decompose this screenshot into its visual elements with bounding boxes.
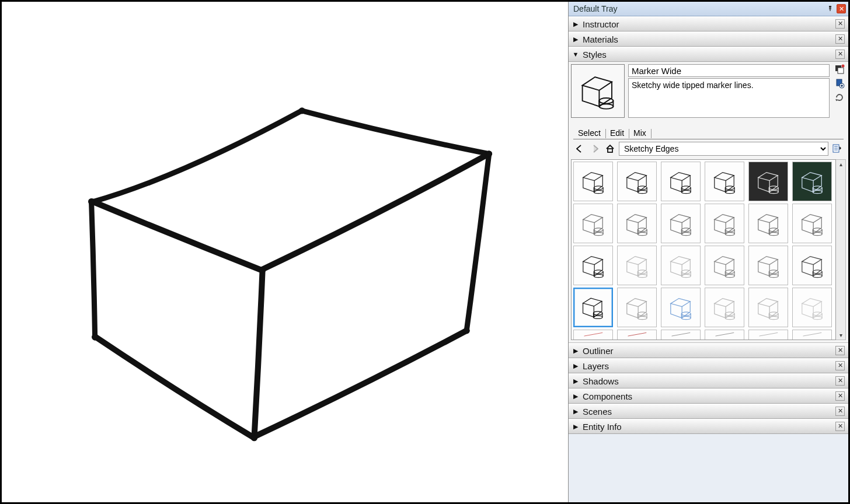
- style-thumb[interactable]: [705, 162, 744, 201]
- panel-header-outliner[interactable]: ▶ Outliner ✕: [569, 344, 848, 358]
- panel-scenes: ▶ Scenes ✕: [569, 404, 848, 419]
- panel-close-button[interactable]: ✕: [835, 346, 845, 355]
- panel-close-button[interactable]: ✕: [835, 19, 845, 29]
- svg-point-22: [681, 190, 691, 193]
- panel-label: Shadows: [583, 376, 835, 386]
- panel-outliner: ▶ Outliner ✕: [569, 343, 848, 358]
- style-thumb[interactable]: [617, 330, 657, 340]
- pin-icon[interactable]: [825, 4, 835, 13]
- panel-close-button[interactable]: ✕: [835, 422, 845, 431]
- svg-point-4: [92, 334, 98, 340]
- tray-close-button[interactable]: ✕: [837, 4, 846, 13]
- style-thumb[interactable]: [792, 162, 832, 201]
- nav-back-button[interactable]: [573, 142, 586, 155]
- panel-label: Outliner: [583, 346, 835, 356]
- panel-close-button[interactable]: ✕: [835, 50, 845, 59]
- styles-nav-row: Sketchy Edges: [571, 142, 846, 159]
- style-thumb[interactable]: [705, 288, 744, 327]
- style-thumb[interactable]: [573, 204, 613, 243]
- style-description-input[interactable]: Sketchy wide tipped marker lines.: [628, 78, 830, 118]
- refresh-styles-icon[interactable]: [834, 92, 845, 103]
- svg-point-0: [299, 108, 305, 114]
- style-thumb[interactable]: [661, 246, 701, 285]
- panel-header-layers[interactable]: ▶ Layers ✕: [569, 359, 848, 373]
- panel-close-button[interactable]: ✕: [835, 407, 845, 416]
- panel-close-button[interactable]: ✕: [835, 376, 845, 386]
- tray-titlebar[interactable]: Default Tray ✕: [569, 2, 848, 16]
- style-thumb[interactable]: [748, 288, 788, 327]
- create-style-icon[interactable]: [834, 78, 845, 89]
- style-thumb[interactable]: [748, 246, 788, 285]
- panel-header-styles[interactable]: ▼ Styles ✕: [569, 47, 848, 62]
- panel-label: Materials: [583, 34, 835, 44]
- panel-label: Entity Info: [583, 422, 835, 432]
- update-style-icon[interactable]: [834, 64, 845, 75]
- sketchy-box-drawing: [2, 2, 568, 502]
- style-thumb[interactable]: [792, 204, 832, 243]
- style-thumb[interactable]: [661, 162, 701, 201]
- style-thumb[interactable]: [573, 330, 613, 340]
- style-thumb[interactable]: [617, 288, 657, 327]
- svg-point-56: [638, 316, 647, 319]
- style-thumbs-grid[interactable]: [571, 159, 836, 340]
- svg-point-32: [638, 232, 647, 235]
- style-thumb[interactable]: [573, 288, 613, 327]
- tab-select[interactable]: Select: [573, 127, 605, 139]
- style-thumb[interactable]: [661, 204, 701, 243]
- svg-point-50: [769, 274, 778, 277]
- svg-point-18: [594, 190, 603, 193]
- styles-scrollbar[interactable]: ▴ ▾: [836, 159, 846, 340]
- panel-label: Layers: [583, 361, 835, 371]
- panel-header-materials[interactable]: ▶ Materials ✕: [569, 32, 848, 47]
- style-thumb[interactable]: [617, 204, 657, 243]
- tab-underline: [573, 139, 844, 139]
- style-thumb[interactable]: [705, 246, 744, 285]
- panel-header-instructor[interactable]: ▶ Instructor ✕: [569, 17, 848, 32]
- scroll-down-icon[interactable]: ▾: [837, 331, 845, 340]
- style-thumb[interactable]: [705, 204, 744, 243]
- panel-close-button[interactable]: ✕: [835, 34, 845, 44]
- style-thumb[interactable]: [705, 330, 744, 340]
- chevron-right-icon: ▶: [572, 377, 579, 385]
- tab-edit[interactable]: Edit: [605, 127, 629, 139]
- svg-rect-7: [829, 6, 831, 8]
- tray-empty-area: [569, 434, 848, 502]
- style-thumbs-area: ▴ ▾: [571, 159, 846, 340]
- panel-label: Scenes: [583, 407, 835, 416]
- svg-point-6: [464, 328, 469, 334]
- style-thumb[interactable]: [573, 162, 613, 201]
- svg-point-64: [813, 316, 822, 319]
- style-thumb[interactable]: [661, 288, 701, 327]
- details-icon[interactable]: [831, 142, 844, 155]
- style-name-input[interactable]: [628, 64, 830, 77]
- model-viewport[interactable]: [2, 2, 568, 502]
- style-thumb[interactable]: [748, 162, 788, 201]
- panel-header-entity-info[interactable]: ▶ Entity Info ✕: [569, 419, 848, 434]
- style-thumb[interactable]: [748, 204, 788, 243]
- tab-mix[interactable]: Mix: [629, 127, 651, 139]
- style-thumb[interactable]: [792, 288, 832, 327]
- style-thumb[interactable]: [573, 246, 613, 285]
- style-thumb[interactable]: [617, 246, 657, 285]
- panel-label: Components: [583, 391, 835, 401]
- panel-header-shadows[interactable]: ▶ Shadows ✕: [569, 374, 848, 388]
- collection-select[interactable]: Sketchy Edges: [619, 142, 828, 156]
- current-style-thumb[interactable]: [571, 64, 625, 118]
- nav-forward-button[interactable]: [588, 142, 601, 155]
- panel-close-button[interactable]: ✕: [835, 361, 845, 370]
- svg-point-44: [638, 274, 647, 277]
- home-icon[interactable]: [604, 142, 616, 155]
- chevron-right-icon: ▶: [572, 20, 579, 28]
- style-thumb[interactable]: [617, 162, 657, 201]
- style-thumb[interactable]: [792, 246, 832, 285]
- svg-rect-15: [608, 149, 612, 152]
- svg-point-48: [725, 274, 734, 277]
- panel-header-scenes[interactable]: ▶ Scenes ✕: [569, 404, 848, 419]
- panel-header-components[interactable]: ▶ Components ✕: [569, 389, 848, 404]
- chevron-right-icon: ▶: [572, 393, 579, 400]
- style-thumb[interactable]: [792, 330, 832, 340]
- scroll-up-icon[interactable]: ▴: [837, 160, 845, 169]
- style-thumb[interactable]: [661, 330, 701, 340]
- panel-close-button[interactable]: ✕: [835, 391, 845, 401]
- style-thumb[interactable]: [748, 330, 788, 340]
